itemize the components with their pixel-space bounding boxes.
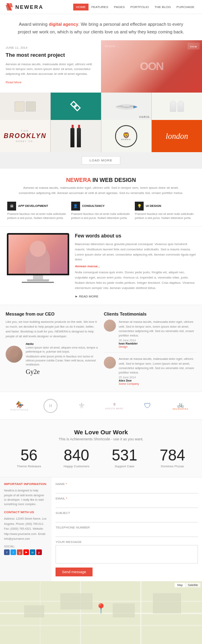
logos-bar: 🏇 HUNTOURAGE H ⚜ ⚜ AVESTA MARC 🛡 🚲 VELDS…: [0, 392, 202, 420]
contact-us-title: CONTACT WITH US: [4, 510, 47, 514]
hero-section: Award winning digital agency. We bring a…: [0, 14, 202, 40]
name-input[interactable]: [56, 487, 198, 493]
nav-home[interactable]: HOME: [73, 4, 89, 10]
social-icons-row: f t g ▶ in p: [4, 549, 47, 555]
form-email-row: EMAIL *: [56, 497, 198, 508]
ach-label-dominos: Dominos Pizzas: [160, 464, 185, 468]
grid-item-gloves[interactable]: [152, 93, 202, 120]
email-label: EMAIL *: [56, 497, 198, 500]
teal-logo-icon: [68, 99, 83, 114]
app-dev-icon: 🏛: [7, 202, 16, 211]
ach-num-support: 531: [112, 448, 137, 463]
email-input[interactable]: [56, 502, 198, 508]
nav-pages[interactable]: PAGES: [111, 4, 128, 10]
social-youtube[interactable]: ▶: [23, 549, 29, 555]
ach-num-customers: 840: [64, 448, 89, 463]
social-twitter[interactable]: t: [10, 549, 16, 555]
form-subject-row: SUBJECT: [56, 511, 198, 522]
test-text-1: Aenean at massa iaculis, malesuada dolor…: [119, 320, 196, 338]
about-text-content: Few words about us Maecenas bibendum lac…: [75, 233, 196, 298]
london-text: london: [166, 132, 188, 141]
nav-features[interactable]: FEATURES: [89, 4, 111, 10]
nav-blog[interactable]: THE BLOG: [152, 4, 173, 10]
contact-info: IMPORTANT INFORMATION NewEra is designed…: [0, 477, 52, 581]
send-button[interactable]: Send message: [56, 568, 93, 576]
svg-rect-18: [60, 593, 93, 609]
plane-icon: [112, 98, 140, 114]
grid-item-teal-logo[interactable]: [51, 93, 101, 120]
logo-2: H: [39, 398, 62, 414]
app-dev-desc: Praesent faucibus nisl sit amet nulla so…: [7, 212, 67, 221]
social-linkedin[interactable]: in: [30, 549, 35, 555]
test-role-2: Some Company: [119, 382, 196, 385]
feature-app-dev: 🏛 APP DEVELOPMENT Praesent faucibus nisl…: [7, 202, 67, 221]
ceo-signature: Gy2e: [6, 368, 98, 376]
web-design-features: 🏛 APP DEVELOPMENT Praesent faucibus nisl…: [7, 202, 195, 221]
hero-text-before: Award winning: [19, 22, 49, 27]
logo-text: NEWERA: [15, 4, 43, 10]
testimonial-item-2: Aenean at massa iaculis, malesuada dolor…: [104, 357, 196, 385]
grid-item-lion[interactable]: 🦁 BRAND: [101, 120, 152, 152]
test-date-1: 26 June 2014: [119, 339, 196, 342]
important-text: NewEra is designed to help people of all…: [4, 488, 47, 506]
message-textarea[interactable]: [56, 545, 198, 564]
ceo-title: Message from our CEO: [6, 312, 98, 316]
achievements-numbers: 56 Theme Releases 840 Happy Customers 53…: [6, 448, 196, 468]
nav-portfolio[interactable]: PORTFOLIO: [128, 4, 152, 10]
map-container: 📍 Map Satellite: [0, 581, 202, 644]
map-tab-satellite[interactable]: Satellite: [186, 583, 200, 587]
subject-label: SUBJECT: [56, 511, 198, 515]
achievements-sub: This is Achievements Shortcode - use it …: [6, 437, 196, 441]
ceo-name-text: Hello: [26, 342, 98, 346]
form-phone-row: TELEPHONE NUMBER: [56, 526, 198, 537]
about-desc1: Maecenas bibendum lacus gravida placerat…: [75, 242, 196, 262]
achievements-title: We Love Our Work: [6, 429, 196, 436]
load-more-button[interactable]: LOAD MORE: [82, 156, 120, 165]
svg-rect-19: [113, 603, 135, 617]
test-avatar-2: [104, 357, 116, 369]
map-tab-map[interactable]: Map: [175, 583, 185, 587]
consultancy-title: CONSULTANCY: [82, 204, 105, 208]
ach-num-releases: 56: [17, 448, 41, 463]
about-read-more[interactable]: ► READ MORE: [75, 295, 99, 298]
grid-item-sketches[interactable]: [0, 93, 50, 120]
social-pinterest[interactable]: p: [36, 549, 42, 555]
ach-customers: 840 Happy Customers: [64, 448, 89, 468]
social-google[interactable]: g: [17, 549, 23, 555]
grid-item-plane[interactable]: VARIG: [101, 93, 152, 120]
phone-input[interactable]: [56, 530, 198, 537]
nav-purchase[interactable]: PURCHASE: [174, 4, 197, 10]
load-more-section: LOAD MORE: [0, 152, 202, 169]
grid-item-london[interactable]: london: [152, 120, 202, 152]
message-label: YOUR MESSAGE: [56, 540, 198, 544]
testimonials-title: Clients Testimonials: [104, 312, 196, 316]
social-facebook[interactable]: f: [4, 549, 10, 555]
about-monitor: [6, 233, 70, 283]
test-date-2: 25 June 2014: [119, 376, 196, 379]
web-design-desc: Aenean at massa iaculis, malesuada dolor…: [16, 186, 186, 196]
logo[interactable]: NEWERA: [5, 2, 43, 11]
ach-releases: 56 Theme Releases: [17, 448, 41, 468]
consultancy-desc: Praesent faucibus nisl sit amet nulla so…: [71, 212, 131, 221]
logo-icon: [5, 2, 14, 11]
brooklyn-text: BROOKLYN: [4, 133, 46, 139]
header: NEWERA HOME FEATURES PAGES PORTFOLIO THE…: [0, 0, 202, 14]
ui-design-icon: 💡: [135, 202, 144, 211]
ach-num-dominos: 784: [160, 448, 185, 463]
app-dev-title: APP DEVELOPMENT: [18, 204, 48, 208]
subject-input[interactable]: [56, 516, 198, 522]
ach-label-support: Support Case: [112, 464, 137, 468]
phone-label: TELEPHONE NUMBER: [56, 526, 198, 529]
about-link[interactable]: Aenean massa...: [75, 264, 196, 268]
map-tabs: Map Satellite: [175, 583, 200, 587]
form-name-row: NAME *: [56, 482, 198, 493]
grid-item-bottles[interactable]: [51, 120, 101, 152]
grid-item-brooklyn[interactable]: THE BROOKLYN HONEY CO.: [0, 120, 50, 152]
ceo-testimonials: Message from our CEO Like you, we love b…: [0, 305, 202, 392]
contact-section: IMPORTANT INFORMATION NewEra is designed…: [0, 477, 202, 581]
feature-consultancy: 👤 CONSULTANCY Praesent faucibus nisl sit…: [71, 202, 131, 221]
recent-date: JUNE 11, 2014: [6, 46, 95, 50]
recent-read-more[interactable]: Read More: [6, 80, 22, 84]
web-design-title: NEWERA IN WEB DESIGN: [7, 177, 195, 183]
consultancy-icon: 👤: [71, 202, 80, 211]
